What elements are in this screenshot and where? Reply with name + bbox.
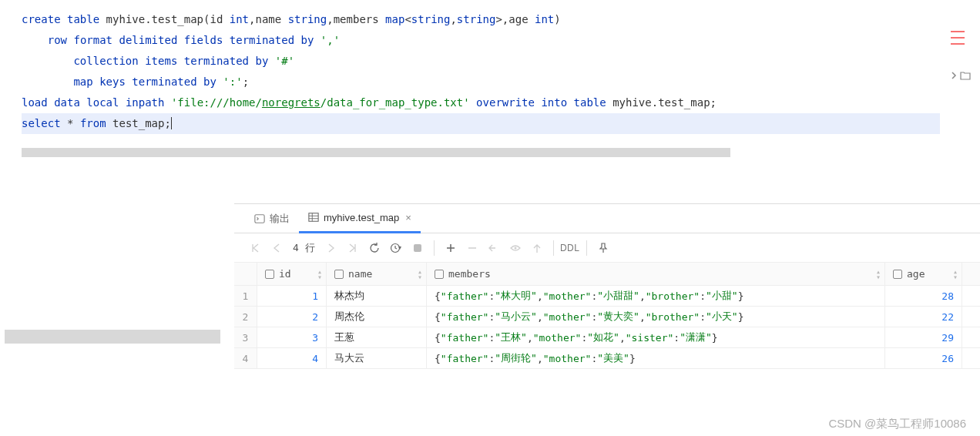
submit-button[interactable]: [527, 238, 547, 258]
close-icon[interactable]: ×: [405, 212, 411, 223]
cell-age[interactable]: 29: [885, 327, 962, 347]
row-num: 1: [234, 286, 257, 306]
watermark: CSDN @菜鸟工程师10086: [828, 417, 966, 431]
col-header-members[interactable]: members▴▾: [427, 263, 885, 285]
table-icon: [308, 212, 319, 223]
cell-name[interactable]: 王葱: [327, 327, 427, 347]
terminal-icon: [254, 213, 265, 224]
cell-members[interactable]: {"father":"周街轮","mother":"美美"}: [427, 348, 885, 368]
column-icon: [435, 270, 444, 279]
row-count: 4 行: [288, 241, 320, 255]
pin-button[interactable]: [593, 238, 613, 258]
add-row-button[interactable]: [441, 238, 461, 258]
folder-chevron-icon[interactable]: [951, 71, 971, 80]
cell-id[interactable]: 1: [257, 286, 327, 306]
row-num-header: [234, 263, 257, 285]
prev-page-button[interactable]: [267, 238, 287, 258]
refresh-button[interactable]: [364, 238, 384, 258]
table-row[interactable]: 11林杰均{"father":"林大明","mother":"小甜甜","bro…: [234, 286, 980, 307]
cell-members[interactable]: {"father":"马小云","mother":"黄大奕","brother"…: [427, 307, 885, 327]
cell-members[interactable]: {"father":"王林","mother":"如花","sister":"潇…: [427, 327, 885, 347]
row-num: 3: [234, 327, 257, 347]
auto-refresh-button[interactable]: ▾: [386, 238, 406, 258]
result-grid: id▴▾ name▴▾ members▴▾ age▴▾ 11林杰均{"fathe…: [234, 263, 980, 369]
cell-age[interactable]: 28: [885, 286, 962, 306]
first-page-button[interactable]: [245, 238, 265, 258]
ddl-button[interactable]: DDL: [560, 238, 580, 258]
result-toolbar: 4 行 ▾ DDL: [234, 233, 980, 263]
col-header-name[interactable]: name▴▾: [327, 263, 427, 285]
tab-table[interactable]: myhive.test_map ×: [299, 204, 421, 233]
cell-id[interactable]: 3: [257, 327, 327, 347]
col-header-id[interactable]: id▴▾: [257, 263, 327, 285]
cell-id[interactable]: 2: [257, 307, 327, 327]
svg-rect-6: [414, 244, 421, 252]
column-icon: [893, 270, 902, 279]
svg-rect-1: [309, 213, 318, 222]
editor-h-scrollbar[interactable]: [22, 148, 730, 157]
cell-age[interactable]: 26: [885, 348, 962, 368]
svg-rect-0: [255, 214, 264, 223]
table-row[interactable]: 33王葱{"father":"王林","mother":"如花","sister…: [234, 327, 980, 348]
tab-output-label: 输出: [270, 212, 290, 226]
sql-editor[interactable]: create table myhive.test_map(id int,name…: [0, 0, 980, 157]
next-page-button[interactable]: [321, 238, 341, 258]
stop-button[interactable]: [408, 238, 428, 258]
right-gutter: [940, 0, 980, 154]
preview-button[interactable]: [505, 238, 525, 258]
cell-name[interactable]: 马大云: [327, 348, 427, 368]
col-header-age[interactable]: age▴▾: [885, 263, 962, 285]
row-num: 4: [234, 348, 257, 368]
column-icon: [265, 270, 274, 279]
cell-name[interactable]: 周杰伦: [327, 307, 427, 327]
cell-name[interactable]: 林杰均: [327, 286, 427, 306]
table-row[interactable]: 22周杰伦{"father":"马小云","mother":"黄大奕","bro…: [234, 307, 980, 327]
hamburger-icon[interactable]: [951, 31, 965, 45]
last-page-button[interactable]: [343, 238, 363, 258]
cell-id[interactable]: 4: [257, 348, 327, 368]
column-icon: [334, 270, 344, 279]
revert-button[interactable]: [484, 238, 504, 258]
result-tabs: 输出 myhive.test_map ×: [234, 204, 980, 233]
cell-members[interactable]: {"father":"林大明","mother":"小甜甜","brother"…: [427, 286, 885, 306]
table-row[interactable]: 44马大云{"father":"周街轮","mother":"美美"}26: [234, 348, 980, 369]
cell-age[interactable]: 22: [885, 307, 962, 327]
left-scrollbar[interactable]: [5, 330, 220, 344]
row-num: 2: [234, 307, 257, 327]
tab-output[interactable]: 输出: [245, 204, 299, 233]
left-panel: [0, 203, 234, 419]
svg-point-7: [514, 247, 516, 249]
remove-row-button[interactable]: [462, 238, 482, 258]
tab-table-label: myhive.test_map: [324, 212, 399, 223]
